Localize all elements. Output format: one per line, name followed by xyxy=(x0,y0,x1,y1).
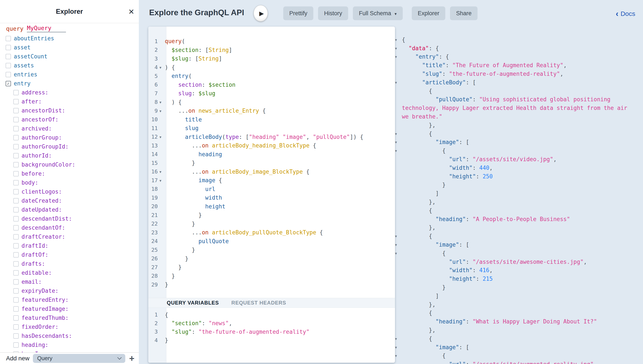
fold-arrow-icon[interactable]: ▾ xyxy=(159,108,165,114)
field-row[interactable]: heading: xyxy=(0,340,139,350)
checkbox[interactable] xyxy=(13,126,19,131)
code-line[interactable]: 28 } xyxy=(148,272,395,280)
fold-arrow-icon[interactable]: ▾ xyxy=(394,345,402,350)
checkbox[interactable] xyxy=(13,279,19,284)
code-line[interactable]: 2 $section: [String] xyxy=(148,46,395,54)
checkbox[interactable] xyxy=(13,180,19,186)
checkbox[interactable] xyxy=(13,144,19,150)
field-row[interactable]: address: xyxy=(0,88,139,97)
checkbox[interactable] xyxy=(6,54,11,59)
code-line[interactable]: 20 height xyxy=(148,202,395,211)
field-row[interactable]: featuredThumb: xyxy=(0,313,139,322)
checkbox[interactable] xyxy=(13,261,19,266)
checkbox[interactable] xyxy=(13,207,19,212)
field-row[interactable]: ancestorDist: xyxy=(0,106,139,115)
code-line[interactable]: 26 } xyxy=(148,254,395,263)
field-row[interactable]: email: xyxy=(0,277,139,286)
field-row[interactable]: assetCount xyxy=(0,52,139,61)
query-editor[interactable]: 1query(2 $section: [String]3 $slug: [Str… xyxy=(148,37,395,289)
code-line[interactable]: 21 } xyxy=(148,211,395,220)
checkbox[interactable] xyxy=(13,99,19,104)
code-line[interactable]: 15 } xyxy=(148,158,395,168)
field-row[interactable]: assets xyxy=(0,61,139,70)
code-line[interactable]: 3 "slug": "the-future-of-augmented-reali… xyxy=(148,328,395,336)
add-operation-button[interactable]: + xyxy=(129,354,134,363)
fold-arrow-icon[interactable]: ▾ xyxy=(159,64,165,70)
code-line[interactable]: 2 "section": "news", xyxy=(148,319,395,328)
code-line[interactable]: 4} xyxy=(148,336,395,345)
field-row[interactable]: dateCreated: xyxy=(0,196,139,205)
field-row[interactable]: authorGroupId: xyxy=(0,142,139,151)
code-line[interactable]: 29} xyxy=(148,280,395,289)
operation-name-input[interactable]: MyQuery xyxy=(27,25,66,32)
code-line[interactable]: 19 width xyxy=(148,194,395,202)
field-row[interactable]: body: xyxy=(0,178,139,187)
checkbox[interactable] xyxy=(13,234,19,240)
code-line[interactable]: 11 slug xyxy=(148,124,395,133)
checkbox[interactable] xyxy=(13,297,19,302)
field-row[interactable]: backgroundColor: xyxy=(0,160,139,169)
code-line[interactable]: 12▾ articleBody(type: ["heading" "image"… xyxy=(148,133,395,142)
fold-arrow-icon[interactable]: ▾ xyxy=(159,134,165,140)
checkbox[interactable] xyxy=(6,63,11,68)
field-row[interactable]: archived: xyxy=(0,124,139,133)
field-list[interactable]: aboutEntriesassetassetCountassetsentries… xyxy=(0,34,139,352)
execute-query-button[interactable]: ▶ xyxy=(254,5,268,22)
fold-arrow-icon[interactable]: ▾ xyxy=(159,178,165,183)
checkbox[interactable] xyxy=(6,36,11,41)
checkbox[interactable] xyxy=(13,288,19,294)
field-row[interactable]: before: xyxy=(0,169,139,178)
fold-arrow-icon[interactable]: ▾ xyxy=(394,140,402,145)
code-line[interactable]: 16▾ ...on articleBody_image_BlockType { xyxy=(148,168,395,176)
field-row[interactable]: ancestorOf: xyxy=(0,115,139,124)
code-line[interactable]: 5 entry( xyxy=(148,72,395,80)
field-row[interactable]: expiryDate: xyxy=(0,286,139,295)
checkbox[interactable] xyxy=(13,162,19,168)
add-new-select[interactable]: Query xyxy=(33,354,125,363)
field-row[interactable]: dateUpdated: xyxy=(0,205,139,214)
fold-arrow-icon[interactable]: ▾ xyxy=(394,353,402,358)
field-row[interactable]: draftOf: xyxy=(0,250,139,259)
checkbox[interactable] xyxy=(13,324,19,330)
field-row[interactable]: featuredEntry: xyxy=(0,295,139,304)
variables-editor[interactable]: 1{2 "section": "news",3 "slug": "the-fut… xyxy=(148,310,395,344)
fold-arrow-icon[interactable]: ▾ xyxy=(394,251,402,256)
field-row[interactable]: asset xyxy=(0,43,139,52)
share-button[interactable]: Share xyxy=(450,6,478,20)
checkbox[interactable] xyxy=(13,342,19,348)
checkbox[interactable] xyxy=(13,243,19,248)
checkbox[interactable] xyxy=(13,225,19,230)
checkbox[interactable] xyxy=(13,189,19,194)
fold-arrow-icon[interactable]: ▾ xyxy=(394,54,402,59)
checkbox[interactable] xyxy=(13,108,19,113)
checkbox[interactable] xyxy=(13,315,19,321)
prettify-button[interactable]: Prettify xyxy=(283,6,313,20)
code-line[interactable]: 22 } xyxy=(148,220,395,228)
code-line[interactable]: 10 title xyxy=(148,115,395,124)
checkbox[interactable] xyxy=(13,90,19,95)
field-row[interactable]: draftId: xyxy=(0,241,139,250)
checkbox[interactable] xyxy=(13,216,19,222)
history-button[interactable]: History xyxy=(318,6,348,20)
code-line[interactable]: 4▾) { xyxy=(148,63,395,72)
field-row[interactable]: hasDescendants: xyxy=(0,332,139,340)
code-line[interactable]: 24 pullQuote xyxy=(148,237,395,246)
code-line[interactable]: 17▾ image { xyxy=(148,176,395,185)
fold-arrow-icon[interactable]: ▾ xyxy=(159,99,165,105)
code-line[interactable]: 14 heading xyxy=(148,150,395,159)
checkbox[interactable] xyxy=(13,198,19,204)
field-row[interactable]: draftCreator: xyxy=(0,232,139,241)
field-row[interactable]: authorId: xyxy=(0,151,139,160)
explorer-toggle-button[interactable]: Explorer xyxy=(412,6,446,20)
checkbox[interactable] xyxy=(13,135,19,140)
code-line[interactable]: 13 ...on articleBody_heading_BlockType { xyxy=(148,141,395,150)
checkbox[interactable] xyxy=(6,45,11,50)
field-row[interactable]: editable: xyxy=(0,268,139,277)
checkbox[interactable] xyxy=(13,117,19,122)
field-row[interactable]: entries xyxy=(0,70,139,79)
fold-arrow-icon[interactable]: ▾ xyxy=(394,234,402,239)
docs-link[interactable]: ‹ Docs xyxy=(616,0,635,28)
close-icon[interactable]: × xyxy=(128,7,134,16)
fold-arrow-icon[interactable]: ▾ xyxy=(394,242,402,247)
checkbox-checked[interactable]: ✓ xyxy=(6,81,11,86)
